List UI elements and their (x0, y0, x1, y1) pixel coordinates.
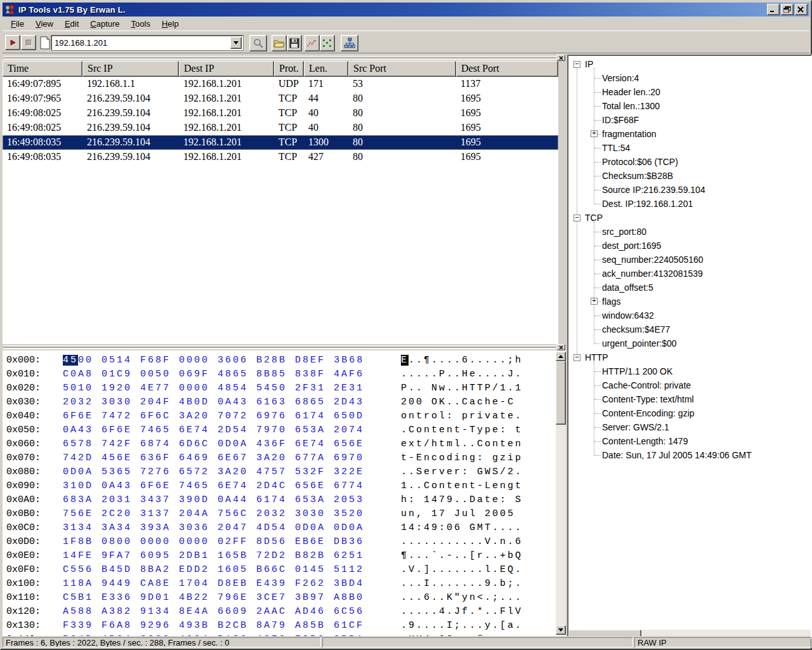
tree-item[interactable]: Checksum:$B28B (568, 169, 811, 183)
packet-list-grip[interactable] (3, 55, 566, 61)
hex-ascii[interactable]: P.. Nw..HTTP/1.1 (401, 381, 523, 395)
hex-row[interactable]: 0x0B0:756E2C203137204A756C203230303520un… (3, 507, 554, 521)
packet-row[interactable]: 16:49:08:025216.239.59.104192.168.1.201T… (3, 121, 558, 135)
network-button[interactable] (341, 35, 358, 51)
hex-ascii[interactable]: ...I.......9.b;. (401, 577, 523, 591)
hex-ascii[interactable]: E..¶....6.....;h (401, 354, 523, 368)
grip-handle[interactable] (3, 345, 556, 348)
hex-ascii[interactable]: ¶...`.-..[r..+bQ (401, 549, 523, 563)
hex-ascii[interactable]: .....P..He....J. (401, 368, 523, 381)
hex-row[interactable]: 0x100:118A9449CA8E1704D8EBE439F2623BD4..… (3, 577, 554, 591)
packet-row[interactable]: 16:49:08:035216.239.59.104192.168.1.201T… (3, 135, 558, 150)
tree-item[interactable]: checksum:$4E77 (568, 322, 811, 336)
hex-bytes[interactable]: 45000514F68F00003606B28BD8EF3B68 (63, 354, 372, 368)
hex-ascii[interactable]: 14:49:06 GMT.... (401, 521, 523, 535)
hex-row[interactable]: 0x0C0:31343A34393A303620474D540D0A0D0A14… (3, 521, 554, 535)
hex-row[interactable]: 0x060:6578742F68746D6C0D0A436F6E74656Eex… (3, 437, 554, 451)
column-header-dest-port[interactable]: Dest Port (456, 61, 558, 77)
hex-row[interactable]: 0x0A0:683A20313437390D0A446174653A2053h:… (3, 493, 554, 507)
scroll-down-button[interactable] (556, 625, 566, 635)
hex-ascii[interactable]: un, 17 Jul 2005 (401, 507, 515, 521)
column-header-time[interactable]: Time (3, 61, 82, 77)
selected-hex-byte[interactable]: 45 (63, 355, 78, 366)
graph-button[interactable] (304, 35, 320, 51)
hex-bytes[interactable]: 118A9449CA8E1704D8EBE439F2623BD4 (63, 577, 372, 591)
tree-item[interactable]: Protocol:$06 (TCP) (568, 155, 811, 169)
restore-button[interactable] (781, 4, 794, 15)
column-header-prot-[interactable]: Prot. (274, 61, 304, 77)
hex-bytes[interactable]: 6578742F68746D6C0D0A436F6E74656E (63, 437, 372, 451)
address-input[interactable] (52, 36, 230, 50)
hex-bytes[interactable]: 501019204E770000485454502F312E31 (63, 381, 372, 395)
scatter-button[interactable] (320, 35, 335, 51)
tree-item[interactable]: TTL:54 (568, 141, 811, 155)
hex-row[interactable]: 0x130:F339F6A89296493BB2CB8A79A85B61CF.9… (3, 619, 554, 633)
hex-bytes[interactable]: A588A38291348E4A66092AACAD466C56 (63, 605, 372, 619)
hex-bytes[interactable]: C556B45D8BA2EDD21605B66C01455112 (63, 563, 372, 577)
hex-ascii[interactable]: ...6..K"yn<.;... (401, 591, 523, 605)
address-dropdown-button[interactable] (230, 37, 242, 49)
grip-handle[interactable] (3, 56, 556, 58)
tree-item[interactable]: seq_number:2240505160 (568, 253, 811, 267)
hex-ascii[interactable]: .Content-Type: t (401, 423, 523, 437)
menu-file[interactable]: File (5, 17, 30, 30)
hex-scrollbar[interactable] (556, 352, 566, 635)
packet-row[interactable]: 16:49:07:895192.168.1.1192.168.1.201UDP1… (3, 77, 558, 91)
hex-row[interactable]: 0x0D0:1F8B08000000000002FF8D56EB6EDB36..… (3, 535, 554, 549)
packet-row[interactable]: 16:49:08:035216.239.59.104192.168.1.201T… (3, 150, 558, 164)
hex-ascii[interactable]: 1..Content-Lengt (401, 479, 523, 493)
menu-view[interactable]: View (30, 17, 59, 30)
hex-row[interactable]: 0x010:C0A801C90050069F48658B85838F4AF6..… (3, 368, 554, 381)
tree-item[interactable]: Version:4 (568, 71, 811, 85)
new-document-button[interactable] (37, 35, 53, 50)
tree-item[interactable]: +fragmentation (568, 127, 811, 141)
minimize-button[interactable] (767, 4, 780, 15)
hex-row[interactable]: 0x000:45000514F68F00003606B28BD8EF3B68E.… (3, 354, 554, 368)
hex-bytes[interactable]: 31343A34393A303620474D540D0A0D0A (63, 521, 372, 535)
hex-ascii[interactable]: .....4.Jf.*..FlV (401, 605, 523, 619)
tree-item[interactable]: ID:$F68F (568, 113, 811, 127)
column-header-src-ip[interactable]: Src IP (82, 61, 179, 77)
column-header-src-port[interactable]: Src Port (348, 61, 456, 77)
titlebar[interactable]: IP Tools v1.75 By Erwan L. (3, 3, 809, 17)
hex-ascii[interactable]: .9....I;...y.[a. (401, 619, 523, 633)
hex-bytes[interactable]: 0D0A5365727665723A204757532F322E (63, 465, 372, 479)
close-packet-list-button[interactable] (556, 55, 565, 61)
close-button[interactable] (795, 4, 808, 15)
menu-help[interactable]: Help (156, 17, 185, 30)
save-button[interactable] (287, 35, 302, 51)
tree-item[interactable]: Server: GWS/2.1 (568, 420, 811, 434)
column-header-dest-ip[interactable]: Dest IP (179, 61, 274, 77)
packet-row[interactable]: 16:49:07:965216.239.59.104192.168.1.201T… (3, 91, 558, 106)
collapse-icon[interactable]: − (573, 354, 580, 361)
hex-ascii[interactable]: 200 OK..Cache-C (401, 395, 515, 409)
tree-item[interactable]: ack_number:4132081539 (568, 267, 811, 281)
tree-node-ip[interactable]: −IP (568, 57, 811, 71)
hex-row[interactable]: 0x050:0A436F6E74656E742D547970653A2074.C… (3, 423, 554, 437)
hex-bytes[interactable]: 310D0A436F6E74656E742D4C656E6774 (63, 479, 372, 493)
hex-bytes[interactable]: 1F8B08000000000002FF8D56EB6EDB36 (63, 535, 372, 549)
hex-row[interactable]: 0x070:742D456E636F64696E673A20677A6970t-… (3, 451, 554, 465)
hex-view-grip[interactable] (3, 344, 566, 350)
hex-bytes[interactable]: 756E2C203137204A756C203230303520 (63, 507, 372, 521)
tree-item[interactable]: Source IP:216.239.59.104 (568, 183, 811, 197)
tree-item[interactable]: Date: Sun, 17 Jul 2005 14:49:06 GMT (568, 448, 811, 462)
hex-row[interactable]: 0x110:C5B1E3369D014B22796E3CE73B97A8B0..… (3, 591, 554, 605)
hex-ascii[interactable]: ..Server: GWS/2. (401, 465, 523, 479)
hex-ascii[interactable]: ontrol: private. (401, 409, 523, 423)
hex-row[interactable]: 0x0F0:C556B45D8BA2EDD21605B66C01455112.V… (3, 563, 554, 577)
hex-ascii[interactable]: .V.].......l.EQ. (401, 563, 523, 577)
tree-item[interactable]: Content-Length: 1479 (568, 434, 811, 448)
hex-bytes[interactable]: 14FE9FA760952DB1165B72D2B82B6251 (63, 549, 372, 563)
hex-bytes[interactable]: 683A20313437390D0A446174653A2053 (63, 493, 372, 507)
packet-row[interactable]: 16:49:08:025216.239.59.104192.168.1.201T… (3, 106, 558, 121)
stop-capture-button[interactable] (21, 35, 36, 50)
hex-ascii[interactable]: ...........V.n.6 (401, 535, 523, 549)
selected-ascii-char[interactable]: E (401, 355, 409, 366)
tree-node-tcp[interactable]: −TCP (568, 211, 811, 225)
hex-ascii[interactable]: ext/html..Conten (401, 437, 523, 451)
tree-item[interactable]: Dest. IP:192.168.1.201 (568, 197, 811, 211)
menu-capture[interactable]: Capture (84, 17, 125, 30)
hex-bytes[interactable]: C0A801C90050069F48658B85838F4AF6 (63, 368, 372, 381)
hex-row[interactable]: 0x090:310D0A436F6E74656E742D4C656E67741.… (3, 479, 554, 493)
